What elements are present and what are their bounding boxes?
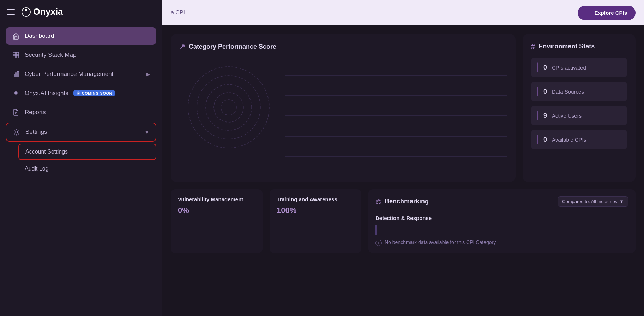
sidebar-item-onyx-ai-label: Onyx.AI Insights	[25, 90, 68, 97]
top-bar: a CPI → Explore CPIs	[162, 0, 644, 25]
benchmark-dropdown[interactable]: Compared to: All Industries ▼	[558, 196, 628, 207]
env-stat-data-sources-label: Data Sources	[552, 89, 584, 95]
perf-card-body	[179, 58, 507, 174]
dropdown-chevron-icon: ▼	[619, 199, 624, 204]
settings-arrow-icon: ▼	[144, 129, 149, 135]
grid-icon	[12, 51, 20, 59]
env-stat-divider-4	[537, 135, 538, 144]
benchmark-header: ⚖ Benchmarking Compared to: All Industri…	[375, 196, 628, 207]
info-icon: i	[375, 240, 382, 246]
sidebar-item-settings[interactable]: Settings ▼	[6, 123, 156, 142]
sparkle-icon	[12, 89, 20, 97]
env-stat-cpis-activated-number: 0	[543, 64, 547, 71]
breadcrumb: a CPI	[171, 10, 185, 16]
svg-point-16	[206, 84, 252, 130]
svg-point-15	[197, 76, 260, 139]
cyber-performance-arrow-icon: ▶	[146, 71, 150, 77]
env-card-title: # Environment Stats	[531, 42, 627, 50]
svg-point-18	[221, 100, 236, 115]
no-benchmark-message: i No benchmark data available for this C…	[375, 239, 628, 246]
detection-bar	[375, 225, 377, 235]
perf-card-title: ↗ Category Performance Score	[179, 42, 507, 51]
svg-point-17	[214, 93, 243, 122]
score-line-1	[285, 75, 507, 76]
svg-rect-4	[16, 52, 19, 55]
score-line-2	[285, 95, 507, 96]
env-stat-available-cpis[interactable]: 0 Available CPIs	[531, 130, 627, 149]
score-line-4	[285, 136, 507, 137]
bar-chart-icon	[12, 70, 20, 78]
svg-rect-9	[17, 71, 19, 77]
bottom-row: Vulnerability Management 0% Training and…	[171, 189, 636, 253]
svg-rect-3	[13, 52, 16, 55]
env-stat-data-sources[interactable]: 0 Data Sources	[531, 82, 627, 101]
home-icon	[12, 32, 20, 40]
env-stat-active-users[interactable]: 9 Active Users	[531, 106, 627, 125]
sidebar-item-audit-log-label: Audit Log	[25, 166, 49, 172]
sidebar-item-reports-label: Reports	[25, 109, 46, 116]
sidebar-item-cyber-performance[interactable]: Cyber Performance Management ▶	[6, 65, 156, 83]
env-stat-active-users-number: 9	[543, 112, 547, 119]
vuln-management-title: Vulnerability Management	[178, 196, 255, 202]
env-stat-available-cpis-number: 0	[543, 136, 547, 143]
env-card: # Environment Stats 0 CPIs activated 0 D…	[523, 34, 636, 182]
svg-rect-5	[13, 55, 16, 58]
env-stat-data-sources-number: 0	[543, 88, 547, 95]
sidebar-item-dashboard-label: Dashboard	[25, 32, 54, 40]
gear-icon	[13, 128, 20, 136]
explore-cpis-button[interactable]: → Explore CPIs	[578, 6, 636, 20]
score-line-5	[285, 156, 507, 157]
svg-point-13	[16, 131, 18, 133]
sidebar-item-audit-log[interactable]: Audit Log	[18, 161, 156, 176]
breadcrumb-text: a CPI	[171, 10, 185, 16]
benchmark-scale-icon: ⚖	[375, 198, 381, 205]
coming-soon-badge: COMING SOON	[73, 90, 115, 96]
content-area: ↗ Category Performance Score	[162, 25, 644, 316]
score-line-3	[285, 115, 507, 116]
sidebar-item-reports[interactable]: Reports	[6, 103, 156, 121]
perf-card: ↗ Category Performance Score	[171, 34, 516, 182]
detection-section: Detection & Response i No benchmark data…	[375, 215, 628, 246]
training-awareness-card: Training and Awareness 100%	[270, 189, 361, 253]
env-stat-divider-3	[537, 111, 538, 120]
main-content: a CPI → Explore CPIs ↗ Category Performa…	[162, 0, 644, 316]
hamburger-menu-button[interactable]	[6, 8, 16, 16]
logo-icon	[21, 7, 31, 17]
logo-text: Onyxia	[33, 6, 63, 17]
env-stat-divider-2	[537, 87, 538, 96]
perf-title-icon: ↗	[179, 42, 185, 51]
explore-arrow-icon: →	[586, 10, 591, 16]
svg-point-14	[188, 67, 269, 148]
sidebar-header: Onyxia	[6, 6, 156, 17]
sidebar-item-account-settings-label: Account Settings	[25, 149, 68, 155]
detection-title: Detection & Response	[375, 215, 628, 221]
svg-rect-7	[13, 74, 14, 77]
env-title-hash-icon: #	[531, 42, 535, 50]
sidebar-item-cyber-performance-label: Cyber Performance Management	[25, 71, 113, 78]
env-stat-active-users-label: Active Users	[552, 113, 582, 119]
sidebar-item-dashboard[interactable]: Dashboard	[6, 27, 156, 45]
score-lines	[285, 58, 507, 174]
env-stat-cpis-activated[interactable]: 0 CPIs activated	[531, 58, 627, 77]
sidebar-item-settings-label: Settings	[25, 129, 47, 136]
sidebar-item-onyx-ai[interactable]: Onyx.AI Insights COMING SOON	[6, 84, 156, 102]
svg-rect-6	[16, 55, 19, 58]
sidebar: Onyxia Dashboard Sec	[0, 0, 162, 316]
file-icon	[12, 108, 20, 116]
svg-point-1	[25, 9, 27, 11]
vuln-management-card: Vulnerability Management 0%	[171, 189, 263, 253]
top-row: ↗ Category Performance Score	[171, 34, 636, 182]
sidebar-item-security-stack-map-label: Security Stack Map	[25, 52, 76, 59]
benchmarking-card: ⚖ Benchmarking Compared to: All Industri…	[368, 189, 636, 253]
svg-rect-8	[15, 73, 17, 77]
training-awareness-title: Training and Awareness	[277, 196, 354, 202]
radar-chart	[179, 58, 278, 157]
env-stat-divider-1	[537, 62, 538, 72]
env-stat-available-cpis-label: Available CPIs	[552, 137, 586, 143]
sidebar-item-security-stack-map[interactable]: Security Stack Map	[6, 46, 156, 64]
env-stat-cpis-activated-label: CPIs activated	[552, 65, 586, 71]
benchmark-title: Benchmarking	[385, 198, 429, 205]
sidebar-item-account-settings[interactable]: Account Settings	[18, 144, 156, 160]
vuln-management-pct: 0%	[178, 206, 255, 215]
nav-section: Dashboard Security Stack Map	[6, 27, 156, 310]
